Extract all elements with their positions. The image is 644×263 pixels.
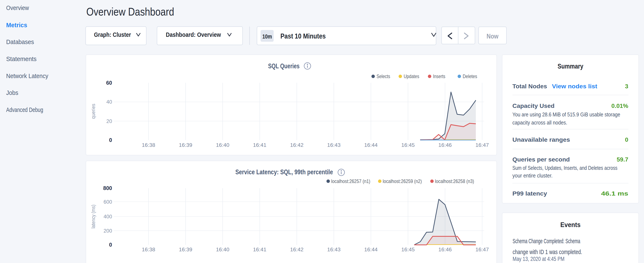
svg-text:16:47: 16:47: [476, 142, 489, 148]
svg-text:16:40: 16:40: [216, 247, 230, 252]
svg-text:16:38: 16:38: [142, 247, 155, 252]
svg-text:P99 latency: P99 latency: [512, 190, 547, 197]
svg-text:0.01%: 0.01%: [612, 103, 628, 109]
svg-text:latency (ms): latency (ms): [90, 205, 96, 228]
svg-text:16:46: 16:46: [438, 142, 452, 148]
svg-text:16:39: 16:39: [179, 142, 192, 148]
svg-text:Statements: Statements: [6, 56, 36, 62]
svg-text:20: 20: [106, 118, 112, 124]
svg-text:change with ID 1 was completed: change with ID 1 was completed.: [512, 248, 582, 255]
svg-text:Overview Dashboard: Overview Dashboard: [86, 6, 174, 18]
svg-text:Sum of Selects, Updates, Inser: Sum of Selects, Updates, Inserts, and De…: [512, 165, 618, 171]
svg-text:16:45: 16:45: [401, 142, 414, 148]
svg-text:Summary: Summary: [558, 63, 584, 70]
svg-text:Network Latency: Network Latency: [6, 73, 48, 79]
svg-text:Selects: Selects: [376, 73, 390, 79]
svg-text:Capacity Used: Capacity Used: [512, 103, 554, 109]
svg-text:Unavailable ranges: Unavailable ranges: [512, 136, 570, 143]
svg-text:your entire cluster.: your entire cluster.: [512, 172, 552, 179]
svg-text:localhost:26258 (n3): localhost:26258 (n3): [435, 178, 474, 184]
svg-text:localhost:26259 (n2): localhost:26259 (n2): [383, 178, 422, 184]
svg-text:Inserts: Inserts: [433, 73, 446, 79]
svg-text:10m: 10m: [262, 33, 272, 40]
svg-text:16:43: 16:43: [327, 142, 340, 148]
svg-text:200: 200: [104, 228, 112, 234]
svg-text:View nodes list: View nodes list: [552, 83, 597, 90]
svg-text:0: 0: [109, 242, 112, 248]
svg-text:SQL Queries: SQL Queries: [268, 62, 300, 70]
svg-text:60: 60: [106, 80, 112, 86]
svg-text:Advanced Debug: Advanced Debug: [6, 106, 43, 113]
svg-text:queries: queries: [90, 104, 96, 119]
svg-text:59.7: 59.7: [617, 156, 628, 163]
svg-text:16:40: 16:40: [216, 142, 230, 148]
svg-text:Graph: Cluster: Graph: Cluster: [94, 31, 131, 38]
svg-text:16:42: 16:42: [290, 142, 304, 148]
svg-text:Events: Events: [560, 221, 581, 228]
svg-text:16:38: 16:38: [142, 142, 155, 148]
svg-text:3: 3: [625, 83, 628, 90]
svg-text:Service Latency: SQL, 99th per: Service Latency: SQL, 99th percentile: [235, 168, 333, 176]
svg-text:800: 800: [103, 185, 112, 191]
svg-text:16:47: 16:47: [476, 247, 489, 252]
svg-text:Jobs: Jobs: [6, 89, 18, 96]
svg-text:Updates: Updates: [404, 73, 419, 79]
svg-text:16:41: 16:41: [253, 247, 266, 252]
svg-text:Total Nodes: Total Nodes: [512, 83, 547, 90]
svg-text:Databases: Databases: [6, 39, 34, 45]
svg-text:Deletes: Deletes: [463, 73, 477, 79]
svg-text:Queries per second: Queries per second: [512, 156, 570, 163]
svg-text:0: 0: [625, 136, 628, 143]
svg-text:0: 0: [109, 137, 112, 143]
svg-text:16:44: 16:44: [364, 142, 378, 148]
svg-text:You are using 28.6 MiB of 515.: You are using 28.6 MiB of 515.9 GiB usab…: [512, 111, 620, 118]
svg-text:40: 40: [106, 99, 112, 105]
svg-text:Dashboard: Overview: Dashboard: Overview: [166, 31, 221, 38]
svg-text:May 13, 2020 at 4:45 PM: May 13, 2020 at 4:45 PM: [512, 256, 564, 262]
svg-text:localhost:26257 (n1): localhost:26257 (n1): [331, 178, 370, 184]
svg-text:16:43: 16:43: [327, 247, 340, 252]
svg-text:Schema Change Completed: Schem: Schema Change Completed: Schema: [512, 238, 580, 244]
svg-text:16:41: 16:41: [253, 142, 266, 148]
svg-text:16:42: 16:42: [290, 247, 304, 252]
svg-text:Overview: Overview: [6, 5, 29, 11]
svg-text:16:45: 16:45: [401, 247, 414, 252]
svg-text:Metrics: Metrics: [6, 22, 27, 29]
svg-text:16:46: 16:46: [438, 247, 452, 252]
svg-text:46.1 ms: 46.1 ms: [601, 190, 628, 197]
svg-text:capacity across all nodes.: capacity across all nodes.: [512, 119, 567, 126]
svg-text:600: 600: [104, 199, 112, 205]
svg-text:16:39: 16:39: [179, 247, 192, 252]
svg-text:Now: Now: [487, 33, 499, 40]
svg-text:400: 400: [104, 214, 112, 219]
svg-text:Past 10 Minutes: Past 10 Minutes: [280, 32, 326, 40]
svg-text:16:44: 16:44: [364, 247, 378, 252]
